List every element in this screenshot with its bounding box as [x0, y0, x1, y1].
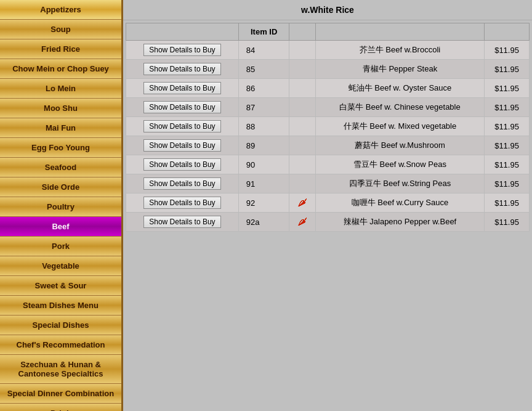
col-button [126, 23, 239, 41]
item-name: 辣椒牛 Jalapeno Pepper w.Beef [315, 213, 484, 232]
table-row: Show Details to Buy85青椒牛 Pepper Steak$11… [126, 60, 530, 79]
sidebar-item-fried-rice[interactable]: Fried Rice [0, 39, 121, 59]
item-name: 芥兰牛 Beef w.Broccoli [315, 41, 484, 60]
show-details-button[interactable]: Show Details to Buy [143, 177, 220, 190]
item-price: $11.95 [485, 98, 530, 117]
item-id: 87 [238, 98, 289, 117]
show-details-button[interactable]: Show Details to Buy [143, 44, 220, 56]
item-id: 88 [238, 117, 289, 136]
sidebar-item-steam-dishes-menu[interactable]: Steam Dishes Menu [0, 296, 121, 315]
show-details-button[interactable]: Show Details to Buy [143, 63, 220, 75]
chili-indicator [289, 79, 315, 98]
table-container: Item ID Show Details to Buy84芥兰牛 Beef w.… [123, 20, 532, 411]
chili-icon: 🌶 [297, 216, 307, 227]
sidebar: AppetizersSoupFried RiceChow Mein or Cho… [0, 0, 123, 411]
item-price: $11.95 [485, 155, 530, 174]
table-row: Show Details to Buy88什菜牛 Beef w. Mixed v… [126, 117, 530, 136]
sidebar-item-special-dinner-combination[interactable]: Special Dinner Combination [0, 384, 121, 404]
item-id: 84 [238, 41, 289, 60]
page-header: w.White Rice [123, 0, 532, 20]
sidebar-item-poultry[interactable]: Poultry [0, 197, 121, 217]
chili-indicator: 🌶 [289, 193, 315, 213]
show-details-button[interactable]: Show Details to Buy [143, 158, 220, 171]
item-name: 咖喱牛 Beef w.Curry Sauce [315, 193, 484, 213]
item-name: 蘑菇牛 Beef w.Mushroom [315, 136, 484, 155]
sidebar-item-egg-foo-young[interactable]: Egg Foo Young [0, 138, 121, 158]
chili-indicator [289, 60, 315, 79]
sidebar-item-appetizers[interactable]: Appetizers [0, 0, 121, 20]
item-name: 四季豆牛 Beef w.String Peas [315, 174, 484, 193]
table-row: Show Details to Buy86蚝油牛 Beef w. Oyster … [126, 79, 530, 98]
sidebar-item-moo-shu[interactable]: Moo Shu [0, 99, 121, 118]
item-name: 什菜牛 Beef w. Mixed vegetable [315, 117, 484, 136]
item-price: $11.95 [485, 60, 530, 79]
item-id: 89 [238, 136, 289, 155]
item-id: 92a [238, 213, 289, 232]
chili-indicator [289, 136, 315, 155]
show-details-button[interactable]: Show Details to Buy [143, 216, 220, 228]
chili-indicator [289, 155, 315, 174]
item-name: 白菜牛 Beef w. Chinese vegetable [315, 98, 484, 117]
sidebar-item-drink[interactable]: Drink [0, 404, 121, 411]
table-row: Show Details to Buy90雪豆牛 Beef w.Snow Pea… [126, 155, 530, 174]
table-row: Show Details to Buy92🌶咖喱牛 Beef w.Curry S… [126, 193, 530, 213]
sidebar-item-side-orde[interactable]: Side Orde [0, 177, 121, 197]
sidebar-item-soup[interactable]: Soup [0, 20, 121, 39]
chili-indicator [289, 41, 315, 60]
item-name: 雪豆牛 Beef w.Snow Peas [315, 155, 484, 174]
item-id: 85 [238, 60, 289, 79]
item-price: $11.95 [485, 117, 530, 136]
item-id: 90 [238, 155, 289, 174]
sidebar-item-chow-mein-or-chop-suey[interactable]: Chow Mein or Chop Suey [0, 59, 121, 79]
item-id: 91 [238, 174, 289, 193]
table-row: Show Details to Buy92a🌶辣椒牛 Jalapeno Pepp… [126, 213, 530, 232]
chili-indicator [289, 174, 315, 193]
show-details-button[interactable]: Show Details to Buy [143, 197, 220, 209]
sidebar-item-pork[interactable]: Pork [0, 237, 121, 256]
table-row: Show Details to Buy91四季豆牛 Beef w.String … [126, 174, 530, 193]
sidebar-item-seafood[interactable]: Seafood [0, 158, 121, 177]
show-details-button[interactable]: Show Details to Buy [143, 82, 220, 94]
item-price: $11.95 [485, 174, 530, 193]
chili-indicator [289, 117, 315, 136]
col-item-id: Item ID [238, 23, 289, 41]
sidebar-item-lo-mein[interactable]: Lo Mein [0, 79, 121, 99]
col-name [315, 23, 484, 41]
item-price: $11.95 [485, 136, 530, 155]
sidebar-item-sweet--sour[interactable]: Sweet & Sour [0, 276, 121, 296]
item-id: 92 [238, 193, 289, 213]
sidebar-item-vegetable[interactable]: Vegetable [0, 256, 121, 276]
table-row: Show Details to Buy89蘑菇牛 Beef w.Mushroom… [126, 136, 530, 155]
chili-icon: 🌶 [297, 197, 307, 208]
main-content: w.White Rice Item ID Show Details to Buy… [123, 0, 532, 411]
chili-indicator [289, 98, 315, 117]
item-price: $11.95 [485, 213, 530, 232]
col-price [485, 23, 530, 41]
sidebar-item-beef[interactable]: Beef [0, 217, 121, 237]
col-chili [289, 23, 315, 41]
show-details-button[interactable]: Show Details to Buy [143, 101, 220, 113]
sidebar-item-chefs-recommedation[interactable]: Chef's Recommedation [0, 335, 121, 355]
sidebar-item-mai-fun[interactable]: Mai Fun [0, 118, 121, 138]
chili-indicator: 🌶 [289, 213, 315, 232]
sidebar-item-szechuan--hunan--cantonese-specialtics[interactable]: Szechuan & Hunan & Cantonese Specialtics [0, 355, 121, 384]
table-row: Show Details to Buy87白菜牛 Beef w. Chinese… [126, 98, 530, 117]
item-id: 86 [238, 79, 289, 98]
sidebar-item-special-dishes[interactable]: Special Dishes [0, 315, 121, 335]
item-price: $11.95 [485, 79, 530, 98]
show-details-button[interactable]: Show Details to Buy [143, 139, 220, 152]
show-details-button[interactable]: Show Details to Buy [143, 120, 220, 132]
menu-table: Item ID Show Details to Buy84芥兰牛 Beef w.… [126, 23, 530, 232]
table-row: Show Details to Buy84芥兰牛 Beef w.Broccoli… [126, 41, 530, 60]
item-price: $11.95 [485, 41, 530, 60]
item-price: $11.95 [485, 193, 530, 213]
item-name: 蚝油牛 Beef w. Oyster Sauce [315, 79, 484, 98]
item-name: 青椒牛 Pepper Steak [315, 60, 484, 79]
